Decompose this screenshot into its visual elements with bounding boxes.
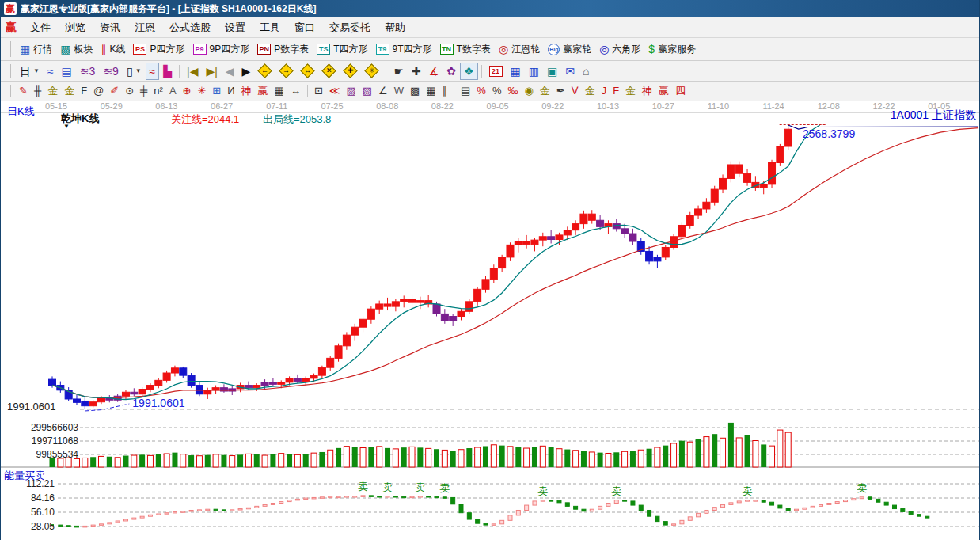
gold-circle-button[interactable]: ◉: [521, 82, 536, 100]
f-line-button[interactable]: F: [610, 82, 622, 100]
9p-square-button[interactable]: P99P四方形: [189, 40, 254, 58]
winner-wheel-button[interactable]: Big赢家轮: [544, 40, 595, 58]
percent-button[interactable]: %: [489, 82, 505, 100]
ruler-comb-button[interactable]: ╫: [31, 82, 44, 100]
shen-tool-button[interactable]: 神: [238, 82, 255, 100]
box-web-button[interactable]: ⊞: [209, 82, 224, 100]
menu-item-7[interactable]: 窗口: [287, 18, 322, 37]
grid-fine-button[interactable]: ▩: [407, 82, 423, 100]
qiankun-sketch-button[interactable]: ≈: [146, 63, 160, 80]
sectors-button[interactable]: ▩板块: [56, 40, 97, 58]
menu-item-4[interactable]: 公式选股: [162, 18, 218, 37]
gold-fan-button[interactable]: 金: [582, 82, 598, 100]
zoom-plus-button[interactable]: ✚: [340, 63, 361, 80]
quotes-button[interactable]: ▦行情: [16, 40, 56, 58]
gold-level-button[interactable]: 金: [537, 82, 553, 100]
menu-item-3[interactable]: 江恩: [127, 18, 162, 37]
circle-cross-button[interactable]: ⊕: [180, 82, 195, 100]
gold-segment-2-button[interactable]: 金: [61, 82, 78, 100]
info-panel-button[interactable]: ▤: [58, 63, 76, 80]
angle-n-button[interactable]: И: [224, 82, 237, 100]
angle-lines-button[interactable]: ∠: [375, 82, 391, 100]
p-square-button[interactable]: PSP四方形: [129, 40, 188, 58]
crosshair-button[interactable]: ✚: [408, 63, 425, 80]
shape-purple-1-button[interactable]: ▨: [343, 82, 359, 100]
toolbar-main: ▦行情▩板块∥K线PSP四方形P99P四方形PNP数字表TST四方形T99T四方…: [1, 38, 979, 61]
wave-av-button[interactable]: ∀: [568, 82, 582, 100]
calculator-button[interactable]: ▦: [507, 63, 525, 80]
winner-service-button[interactable]: $赢家服务: [644, 40, 700, 58]
cycle-clock-button[interactable]: ⊙: [122, 82, 137, 100]
wave-9-button[interactable]: ≋9: [99, 63, 123, 80]
span-measure-button[interactable]: ↔: [287, 82, 304, 100]
shen-angle-button[interactable]: 神: [639, 82, 655, 100]
n-squared-button[interactable]: n²: [150, 82, 166, 100]
remote-button[interactable]: ⌂: [579, 63, 593, 80]
four-angle-button[interactable]: 四: [672, 82, 689, 100]
angle-tool-button[interactable]: ∡: [425, 63, 443, 80]
t-number-table-button[interactable]: TNT数字表: [436, 40, 495, 58]
jump-end-button[interactable]: ▶|: [202, 63, 221, 80]
period-style-button[interactable]: 日▼: [16, 63, 44, 80]
zoom-cross-button[interactable]: ✕: [318, 63, 340, 80]
menu-item-5[interactable]: 设置: [218, 18, 253, 37]
menu-item-9[interactable]: 帮助: [378, 18, 412, 37]
parallel-lines-button[interactable]: ∥: [439, 82, 451, 100]
percent-red-button[interactable]: %: [473, 82, 489, 100]
star-web-button[interactable]: ✳: [194, 82, 209, 100]
pencil-button[interactable]: ✎: [16, 82, 31, 100]
zoom-all-button[interactable]: ✳: [361, 63, 382, 80]
gold-segment-1-button[interactable]: 金: [44, 82, 61, 100]
gold-angle-button[interactable]: 金: [622, 82, 639, 100]
zoom-right-button[interactable]: →: [275, 63, 297, 80]
window-titlebar[interactable]: 赢 赢家江恩专业版[赢家内部服务平台] - [上证指数 SH1A0001-162…: [1, 0, 979, 17]
menu-item-8[interactable]: 交易委托: [322, 18, 378, 37]
j-line-button[interactable]: J: [598, 82, 610, 100]
volume-profile-button[interactable]: ▙: [159, 63, 176, 80]
shape-purple-2-button[interactable]: ▧: [359, 82, 375, 100]
ink-brush-button[interactable]: ✒: [553, 82, 568, 100]
ying-angle-button[interactable]: 赢: [655, 82, 672, 100]
wave-tool-button[interactable]: W: [391, 82, 407, 100]
ying-tool-button[interactable]: 赢: [255, 82, 272, 100]
mirror-a-button[interactable]: A: [166, 82, 180, 100]
f-ruler-button[interactable]: F: [78, 82, 90, 100]
kline-button[interactable]: ∥K线: [97, 40, 129, 58]
zoom-cross-icon: ✕: [322, 63, 336, 78]
grid-123-button[interactable]: ▦: [272, 82, 287, 100]
percent-lines-button[interactable]: ‰: [504, 82, 521, 100]
gann-shape-button[interactable]: ✿: [443, 63, 460, 80]
kline-chart-canvas[interactable]: 05-1505-2906-1306-2707-1107-2508-0808-22…: [1, 101, 980, 540]
menu-item-1[interactable]: 浏览: [58, 18, 93, 37]
level-table-button[interactable]: ▤: [458, 82, 473, 100]
send-button[interactable]: ✉: [561, 63, 579, 80]
9t-square-button[interactable]: T99T四方形: [372, 40, 436, 58]
step-back-button[interactable]: ◀: [222, 63, 238, 80]
candle-style-button[interactable]: ▯▼: [123, 63, 146, 80]
menu-item-6[interactable]: 工具: [253, 18, 287, 37]
region-sketch-button[interactable]: ≈: [44, 63, 58, 80]
comb-2-button[interactable]: ╪: [137, 82, 150, 100]
zoom-horizontal-icon: ↔: [301, 63, 315, 78]
save-button[interactable]: ▣: [543, 63, 561, 80]
pan-hand-button[interactable]: ☛: [389, 63, 408, 80]
spiral-button[interactable]: @: [90, 82, 107, 100]
calendar-button[interactable]: 21: [485, 63, 507, 80]
zoom-left-button[interactable]: ←: [254, 63, 275, 80]
zoom-horizontal-button[interactable]: ↔: [297, 63, 318, 80]
menu-item-2[interactable]: 资讯: [93, 18, 127, 37]
step-forward-button[interactable]: ▶: [238, 63, 255, 80]
fan-red-button[interactable]: ≪: [326, 82, 344, 100]
trade-notes-button[interactable]: ▥: [525, 63, 543, 80]
grid-dense-button[interactable]: ▦: [423, 82, 439, 100]
wave-3-button[interactable]: ≋3: [76, 63, 100, 80]
box-tool-button[interactable]: ⊡: [311, 82, 326, 100]
hexagon-button[interactable]: ◎六角形: [595, 40, 644, 58]
jump-start-button[interactable]: |◀: [183, 63, 202, 80]
smart-select-button[interactable]: ❖: [460, 63, 478, 80]
pencil-2-button[interactable]: ✐: [107, 82, 122, 100]
menu-item-0[interactable]: 文件: [23, 18, 58, 37]
p-number-table-button[interactable]: PNP数字表: [253, 40, 313, 58]
gann-wheel-button[interactable]: ◎江恩轮: [495, 40, 544, 58]
t-square-button[interactable]: TST四方形: [313, 40, 371, 58]
